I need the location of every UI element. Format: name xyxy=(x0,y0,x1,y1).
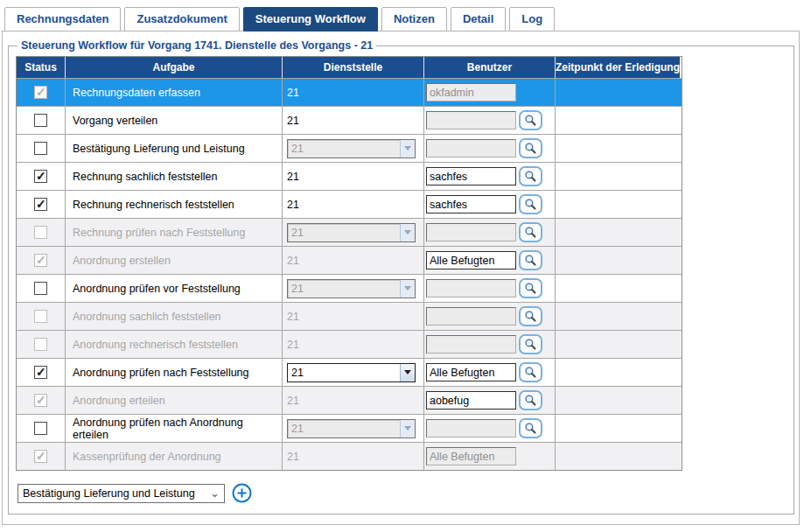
benutzer-cell xyxy=(424,359,556,386)
dienststelle-select-value: 21 xyxy=(288,423,304,435)
fieldset-legend: Steuerung Workflow für Vorgang 1741. Die… xyxy=(17,39,376,52)
table-row[interactable]: Vorgang verteilen21 xyxy=(17,106,682,134)
table-row[interactable]: Rechnungsdaten erfassen21 xyxy=(17,78,682,106)
table-row[interactable]: Rechnung rechnerisch feststellen21 xyxy=(17,190,682,218)
workflow-table: StatusAufgabeDienststelleBenutzerZeitpun… xyxy=(16,56,682,471)
tab-log[interactable]: Log xyxy=(509,7,555,32)
search-button[interactable] xyxy=(519,194,542,214)
task-label: Anordnung prüfen nach Feststellung xyxy=(73,367,249,379)
search-icon xyxy=(524,114,537,127)
dienststelle-value: 21 xyxy=(287,395,299,407)
table-row[interactable]: Anordnung erstellen21 xyxy=(17,246,682,274)
search-icon xyxy=(524,254,537,267)
task-cell: Anordnung erstellen xyxy=(66,247,283,274)
table-row[interactable]: Kassenprüfung der Anordnung21 xyxy=(17,442,682,470)
dropdown-arrow-icon xyxy=(400,140,415,158)
task-label: Rechnung prüfen nach Feststellung xyxy=(73,227,245,239)
table-row[interactable]: Anordnung erteilen21 xyxy=(17,386,682,414)
table-row[interactable]: Bestätigung Lieferung und Leistung21 xyxy=(17,134,682,162)
search-button[interactable] xyxy=(519,306,542,326)
tab-detail[interactable]: Detail xyxy=(451,7,506,32)
benutzer-input xyxy=(426,447,516,466)
search-button[interactable] xyxy=(519,278,542,298)
benutzer-input xyxy=(426,111,516,130)
task-label: Vorgang verteilen xyxy=(73,115,157,127)
dienststelle-select[interactable]: 21 xyxy=(287,363,416,382)
table-row[interactable]: Anordnung rechnerisch feststellen21 xyxy=(17,330,682,358)
benutzer-cell xyxy=(424,135,556,162)
dienststelle-value: 21 xyxy=(287,339,299,351)
table-header-row: StatusAufgabeDienststelleBenutzerZeitpun… xyxy=(17,57,682,78)
table-row[interactable]: Anordnung prüfen nach Feststellung21 xyxy=(17,358,682,386)
triangle-down-icon xyxy=(404,230,411,234)
status-checkbox[interactable] xyxy=(34,422,47,435)
task-label: Anordnung prüfen vor Feststellung xyxy=(73,283,241,295)
search-button[interactable] xyxy=(519,362,542,382)
dienststelle-select: 21 xyxy=(287,223,416,242)
status-checkbox[interactable] xyxy=(34,282,47,295)
benutzer-input xyxy=(426,139,516,158)
triangle-down-icon xyxy=(404,286,411,290)
zeitpunkt-cell xyxy=(556,303,680,330)
benutzer-cell xyxy=(424,275,556,302)
status-checkbox[interactable] xyxy=(34,366,47,379)
dienststelle-value: 21 xyxy=(287,115,299,127)
search-button[interactable] xyxy=(519,250,542,270)
search-button[interactable] xyxy=(519,418,542,438)
table-row[interactable]: Rechnung prüfen nach Feststellung21 xyxy=(17,218,682,246)
status-checkbox[interactable] xyxy=(34,170,47,183)
search-icon xyxy=(524,422,537,435)
task-cell: Anordnung rechnerisch feststellen xyxy=(66,331,283,358)
dienststelle-select-value: 21 xyxy=(288,143,304,155)
benutzer-cell xyxy=(424,443,556,470)
status-checkbox[interactable] xyxy=(34,142,47,155)
table-row[interactable]: Anordnung prüfen vor Feststellung21 xyxy=(17,274,682,302)
benutzer-input[interactable] xyxy=(426,251,516,270)
task-label: Rechnung rechnerisch feststellen xyxy=(73,199,234,211)
dienststelle-cell: 21 xyxy=(283,219,424,246)
benutzer-input xyxy=(426,419,516,438)
add-task-select-value: Bestätigung Lieferung und Leistung xyxy=(23,487,195,500)
tab-steuerung-workflow[interactable]: Steuerung Workflow xyxy=(243,7,378,32)
benutzer-cell xyxy=(424,107,556,134)
search-icon xyxy=(524,394,537,407)
search-button[interactable] xyxy=(519,110,542,130)
tab-zusatzdokument[interactable]: Zusatzdokument xyxy=(124,7,239,32)
search-button[interactable] xyxy=(519,390,542,410)
table-row[interactable]: Anordnung prüfen nach Anordnung erteilen… xyxy=(17,414,682,442)
search-button[interactable] xyxy=(519,222,542,242)
zeitpunkt-cell xyxy=(556,163,680,190)
dienststelle-value: 21 xyxy=(287,87,299,99)
status-checkbox[interactable] xyxy=(34,198,47,211)
task-cell: Anordnung erteilen xyxy=(66,387,283,414)
status-checkbox[interactable] xyxy=(34,114,47,127)
add-task-button[interactable] xyxy=(232,483,252,503)
status-cell xyxy=(17,247,66,274)
benutzer-input[interactable] xyxy=(426,195,516,214)
benutzer-input xyxy=(426,83,516,102)
status-cell xyxy=(17,135,66,162)
benutzer-input[interactable] xyxy=(426,391,516,410)
zeitpunkt-cell xyxy=(556,331,680,358)
task-cell: Rechnungsdaten erfassen xyxy=(66,79,283,106)
search-button[interactable] xyxy=(519,138,542,158)
task-label: Anordnung erteilen xyxy=(73,395,165,407)
workflow-fieldset: Steuerung Workflow für Vorgang 1741. Die… xyxy=(8,39,794,514)
task-label: Anordnung sachlich feststellen xyxy=(73,311,221,323)
dienststelle-cell: 21 xyxy=(283,247,424,274)
status-cell xyxy=(17,387,66,414)
table-row[interactable]: Anordnung sachlich feststellen21 xyxy=(17,302,682,330)
search-button[interactable] xyxy=(519,166,542,186)
search-button[interactable] xyxy=(519,334,542,354)
triangle-down-icon xyxy=(404,370,411,374)
tab-notizen[interactable]: Notizen xyxy=(381,7,447,32)
status-checkbox xyxy=(34,310,47,323)
tab-rechnungsdaten[interactable]: Rechnungsdaten xyxy=(4,7,121,32)
benutzer-input[interactable] xyxy=(426,167,516,186)
table-row[interactable]: Rechnung sachlich feststellen21 xyxy=(17,162,682,190)
add-task-select[interactable]: Bestätigung Lieferung und Leistung ⌄ xyxy=(17,484,225,503)
benutzer-input xyxy=(426,307,516,326)
benutzer-input[interactable] xyxy=(426,363,516,382)
status-checkbox xyxy=(34,86,47,99)
zeitpunkt-cell xyxy=(556,387,680,414)
